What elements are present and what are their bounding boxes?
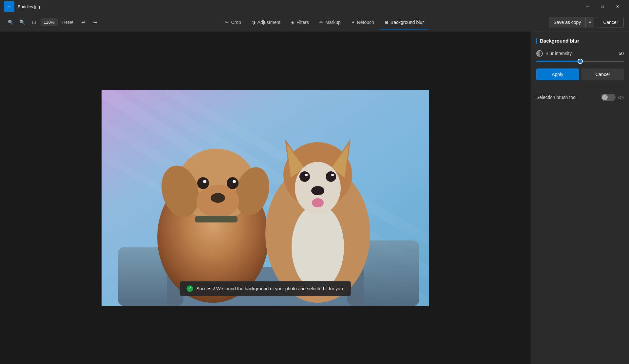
tool-adjustment[interactable]: ◑ Adjustment xyxy=(247,18,285,27)
titlebar-left: ← Buddies.jpg xyxy=(4,1,40,12)
blur-intensity-row: Blur intensity 50 xyxy=(536,50,624,57)
close-button[interactable]: ✕ xyxy=(610,1,625,12)
tool-retouch[interactable]: ✦ Retouch xyxy=(347,18,379,27)
filters-label: Filters xyxy=(296,20,309,25)
tool-markup[interactable]: ✏ Markup xyxy=(315,18,345,27)
adjustment-icon: ◑ xyxy=(252,20,256,25)
toggle-state-label: Off xyxy=(618,95,624,100)
reset-button[interactable]: Reset xyxy=(59,18,77,26)
back-icon: ← xyxy=(7,4,12,10)
zoom-in-button[interactable]: 🔍 xyxy=(17,17,28,28)
titlebar: ← Buddies.jpg ─ □ ✕ xyxy=(0,0,629,13)
filters-icon: ◈ xyxy=(291,20,295,25)
zoom-out-icon: 🔍 xyxy=(8,20,13,25)
slider-track[interactable] xyxy=(536,61,624,62)
maximize-button[interactable]: □ xyxy=(595,1,610,12)
cancel-panel-button[interactable]: Cancel xyxy=(581,68,624,80)
blur-intensity-icon xyxy=(536,50,543,57)
redo-icon: ↪ xyxy=(93,20,97,25)
toolbar-right-controls: Save as copy ▾ Cancel xyxy=(549,17,624,28)
save-copy-dropdown-arrow[interactable]: ▾ xyxy=(586,17,594,27)
adjustment-label: Adjustment xyxy=(257,20,280,25)
tool-filters[interactable]: ◈ Filters xyxy=(286,18,314,27)
main-content: ✓ Success! We found the background of yo… xyxy=(0,31,629,364)
selection-brush-label: Selection brush tool xyxy=(536,95,577,100)
zoom-level-display: 120% xyxy=(41,18,58,26)
selection-brush-row: Selection brush tool Off xyxy=(536,94,624,101)
photo-svg xyxy=(102,90,429,306)
zoom-out-button[interactable]: 🔍 xyxy=(5,17,16,28)
blur-intensity-value: 50 xyxy=(619,51,624,56)
panel-section-title: Background blur xyxy=(536,38,624,44)
canvas-area: ✓ Success! We found the background of yo… xyxy=(0,31,531,364)
panel-divider xyxy=(536,87,624,87)
crop-label: Crop xyxy=(231,20,241,25)
svg-rect-35 xyxy=(102,90,429,306)
toolbar: 🔍 🔍 ⊡ 120% Reset ↩ ↪ ✂ Crop ◑ Adjustment… xyxy=(0,13,629,31)
save-as-copy-button[interactable]: Save as copy ▾ xyxy=(549,17,594,28)
filename-label: Buddies.jpg xyxy=(18,4,40,9)
toolbar-nav-tools: ✂ Crop ◑ Adjustment ◈ Filters ✏ Markup ✦… xyxy=(103,18,546,27)
markup-icon: ✏ xyxy=(319,20,323,25)
blur-intensity-label-group: Blur intensity xyxy=(536,50,572,57)
crop-icon: ✂ xyxy=(225,20,229,25)
fit-frame-icon: ⊡ xyxy=(32,20,36,25)
success-toast: ✓ Success! We found the background of yo… xyxy=(180,281,351,296)
redo-button[interactable]: ↪ xyxy=(90,17,100,28)
window-controls: ─ □ ✕ xyxy=(580,1,625,12)
photo-display xyxy=(102,90,429,306)
apply-button[interactable]: Apply xyxy=(536,68,579,80)
back-button[interactable]: ← xyxy=(4,1,14,12)
image-container: ✓ Success! We found the background of yo… xyxy=(102,90,429,306)
blur-intensity-slider[interactable] xyxy=(536,61,624,62)
success-message: Success! We found the background of your… xyxy=(196,286,344,291)
zoom-in-icon: 🔍 xyxy=(20,20,25,25)
toolbar-left-controls: 🔍 🔍 ⊡ 120% Reset ↩ ↪ xyxy=(5,17,100,28)
markup-label: Markup xyxy=(325,20,341,25)
fit-frame-button[interactable]: ⊡ xyxy=(29,17,39,28)
undo-icon: ↩ xyxy=(81,20,85,25)
blur-intensity-text: Blur intensity xyxy=(545,51,572,56)
success-check-icon: ✓ xyxy=(186,285,193,292)
retouch-label: Retouch xyxy=(357,20,374,25)
panel-action-buttons: Apply Cancel xyxy=(536,68,624,80)
slider-thumb[interactable] xyxy=(578,59,583,64)
retouch-icon: ✦ xyxy=(351,20,355,25)
toggle-container: Off xyxy=(601,94,624,101)
right-panel: Background blur Blur intensity 50 Apply … xyxy=(531,31,629,364)
undo-button[interactable]: ↩ xyxy=(78,17,88,28)
background-blur-label: Background blur xyxy=(391,20,424,25)
cancel-header-button[interactable]: Cancel xyxy=(597,17,624,28)
minimize-button[interactable]: ─ xyxy=(580,1,595,12)
selection-brush-toggle[interactable] xyxy=(601,94,616,101)
tool-crop[interactable]: ✂ Crop xyxy=(220,18,245,27)
save-as-copy-label: Save as copy xyxy=(549,17,586,28)
background-blur-icon: ⊕ xyxy=(385,20,389,25)
toggle-knob xyxy=(602,94,608,100)
tool-background-blur[interactable]: ⊕ Background blur xyxy=(380,18,429,27)
